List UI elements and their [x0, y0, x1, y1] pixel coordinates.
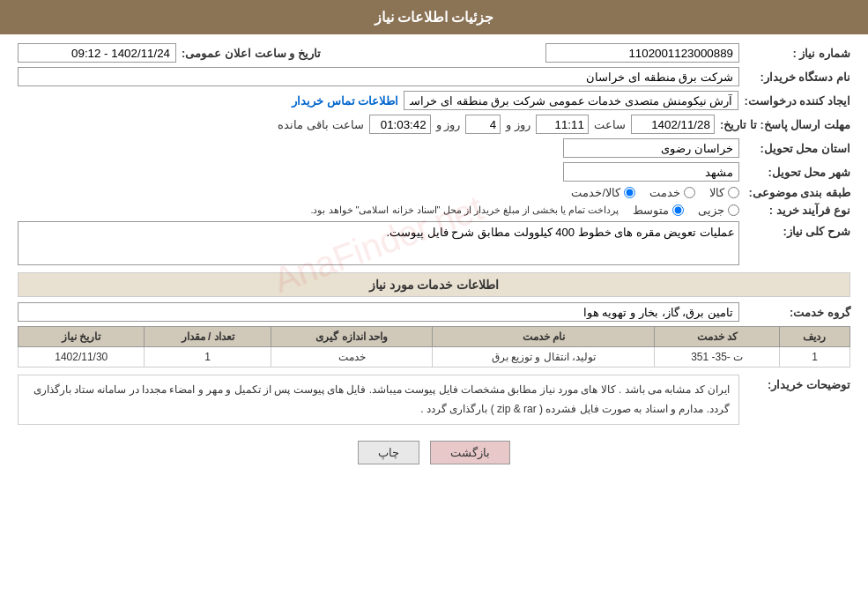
- deadline-row: مهلت ارسال پاسخ: تا تاریخ: ساعت روز و رو…: [18, 115, 850, 134]
- service-section-title: اطلاعات خدمات مورد نیاز: [18, 272, 850, 297]
- category-radio-group: کالا خدمت کالا/خدمت: [571, 186, 739, 199]
- purchase-option-jozii[interactable]: جزیی: [698, 204, 739, 217]
- purchase-radio-motavaset[interactable]: [672, 204, 684, 216]
- province-input[interactable]: [563, 138, 739, 158]
- purchase-radio-jozii[interactable]: [728, 204, 739, 216]
- purchase-label-jozii: جزیی: [698, 204, 724, 217]
- creator-row: ایجاد کننده درخواست: اطلاعات تماس خریدار: [18, 91, 850, 110]
- buyer-org-input[interactable]: [18, 67, 739, 86]
- page-header: جزئیات اطلاعات نیاز: [0, 0, 868, 34]
- city-label: شهر محل تحویل:: [745, 166, 850, 179]
- contact-link[interactable]: اطلاعات تماس خریدار: [292, 94, 398, 108]
- purchase-note: پرداخت تمام یا بخشی از مبلغ خریدار از مح…: [310, 204, 619, 216]
- services-table-section: ردیف کد خدمت نام خدمت واحد اندازه گیری ت…: [18, 326, 850, 368]
- category-radio-kala[interactable]: [728, 187, 739, 198]
- province-row: استان محل تحویل:: [18, 138, 850, 158]
- category-option-khedmat[interactable]: خدمت: [649, 186, 695, 199]
- table-header-row: ردیف کد خدمت نام خدمت واحد اندازه گیری ت…: [19, 327, 850, 347]
- table-cell: تولید، انتقال و توزیع برق: [433, 347, 655, 368]
- page-wrapper: جزئیات اطلاعات نیاز شماره نیاز : تاریخ و…: [0, 0, 868, 609]
- need-number-row: شماره نیاز : تاریخ و ساعت اعلان عمومی:: [18, 43, 850, 63]
- description-label: شرح کلی نیاز:: [745, 225, 850, 238]
- page-title: جزئیات اطلاعات نیاز: [375, 10, 494, 25]
- table-cell: ت -35- 351: [655, 347, 780, 368]
- purchase-type-radio-group: جزیی متوسط: [633, 204, 739, 217]
- deadline-date-input[interactable]: [631, 115, 715, 134]
- deadline-remain-label-pre: روز و: [436, 118, 461, 131]
- deadline-time-input[interactable]: [536, 115, 589, 134]
- services-table: ردیف کد خدمت نام خدمت واحد اندازه گیری ت…: [18, 326, 850, 368]
- city-input[interactable]: [563, 162, 739, 182]
- need-number-input[interactable]: [545, 43, 739, 63]
- category-label: طبقه بندی موضوعی:: [745, 186, 850, 199]
- back-button[interactable]: بازگشت: [430, 441, 510, 464]
- col-header-unit: واحد اندازه گیری: [271, 327, 433, 347]
- description-row: شرح کلی نیاز: AnaFinder.net عملیات تعویض…: [18, 221, 850, 268]
- category-radio-kala-khedmat[interactable]: [624, 187, 635, 198]
- buyer-notice-label: توضیحات خریدار:: [745, 378, 850, 391]
- col-header-code: کد خدمت: [655, 327, 780, 347]
- description-container: AnaFinder.net عملیات تعویض مقره های خطوط…: [18, 221, 739, 268]
- description-textarea[interactable]: عملیات تعویض مقره های خطوط 400 کیلوولت م…: [18, 221, 739, 265]
- service-group-input[interactable]: [18, 302, 739, 322]
- service-group-label: گروه خدمت:: [745, 306, 850, 319]
- purchase-option-motavaset[interactable]: متوسط: [633, 204, 684, 217]
- col-header-name: نام خدمت: [433, 327, 655, 347]
- deadline-label: مهلت ارسال پاسخ: تا تاریخ:: [720, 118, 850, 131]
- category-label-kala-khedmat: کالا/خدمت: [571, 186, 620, 199]
- print-button[interactable]: چاپ: [358, 441, 419, 464]
- need-number-label: شماره نیاز :: [745, 47, 850, 60]
- category-radio-khedmat[interactable]: [684, 187, 695, 198]
- buyer-notice-container: ایران کد مشابه می باشد . کالا های مورد ن…: [18, 375, 739, 432]
- purchase-type-label: نوع فرآیند خرید :: [745, 204, 850, 217]
- main-content: شماره نیاز : تاریخ و ساعت اعلان عمومی: ن…: [0, 34, 868, 482]
- service-group-row: گروه خدمت:: [18, 302, 850, 322]
- city-row: شهر محل تحویل:: [18, 162, 850, 182]
- category-option-kala[interactable]: کالا: [709, 186, 739, 199]
- action-buttons: بازگشت چاپ: [18, 441, 850, 464]
- table-row: 1ت -35- 351تولید، انتقال و توزیع برقخدمت…: [19, 347, 850, 368]
- announce-datetime-input[interactable]: [18, 43, 176, 63]
- table-cell: خدمت: [271, 347, 433, 368]
- buyer-org-label: نام دستگاه خریدار:: [745, 71, 850, 84]
- creator-input[interactable]: [404, 91, 738, 110]
- province-label: استان محل تحویل:: [745, 142, 850, 155]
- deadline-days-input[interactable]: [465, 115, 501, 134]
- table-cell: 1: [145, 347, 271, 368]
- buyer-org-row: نام دستگاه خریدار:: [18, 67, 850, 86]
- table-cell: 1: [779, 347, 849, 368]
- col-header-date: تاریخ نیاز: [19, 327, 145, 347]
- purchase-label-motavaset: متوسط: [633, 204, 669, 217]
- category-row: طبقه بندی موضوعی: کالا خدمت کالا/خدمت: [18, 186, 850, 199]
- deadline-remain-label: ساعت باقی مانده: [278, 118, 363, 131]
- col-header-qty: تعداد / مقدار: [145, 327, 271, 347]
- category-label-khedmat: خدمت: [649, 186, 680, 199]
- deadline-remain-input[interactable]: [369, 115, 431, 134]
- category-label-kala: کالا: [709, 186, 724, 199]
- announce-datetime-label: تاریخ و ساعت اعلان عمومی:: [182, 47, 321, 60]
- table-cell: 1402/11/30: [19, 347, 145, 368]
- deadline-time-label: ساعت: [594, 118, 626, 131]
- buyer-notice-row: توضیحات خریدار: ایران کد مشابه می باشد .…: [18, 375, 850, 432]
- purchase-type-row: نوع فرآیند خرید : جزیی متوسط پرداخت تمام…: [18, 204, 850, 217]
- creator-label: ایجاد کننده درخواست:: [744, 94, 850, 108]
- col-header-radif: ردیف: [779, 327, 849, 347]
- category-option-kala-khedmat[interactable]: کالا/خدمت: [571, 186, 635, 199]
- deadline-days-label: روز و: [506, 118, 530, 131]
- buyer-notice-text: ایران کد مشابه می باشد . کالا های مورد ن…: [18, 375, 739, 425]
